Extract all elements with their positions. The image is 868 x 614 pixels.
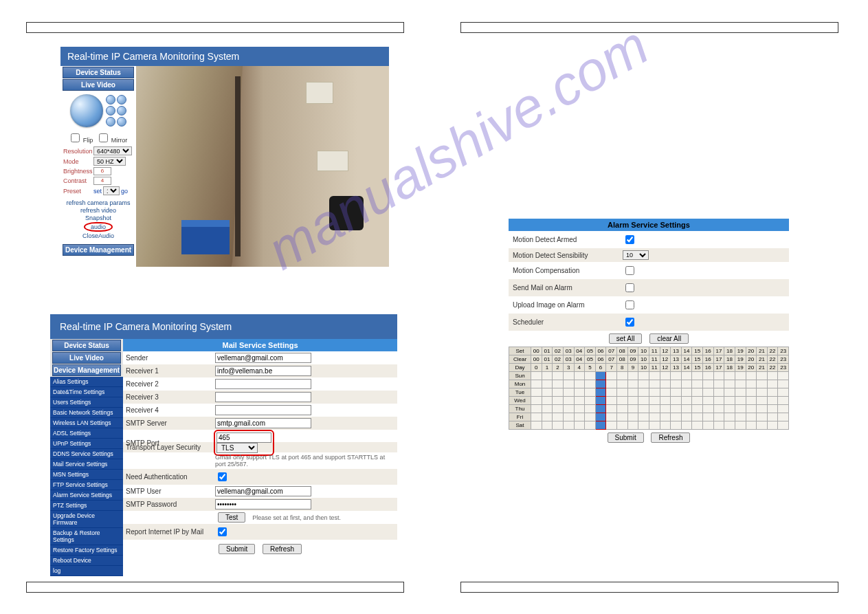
sidebar-item[interactable]: Alarm Service Settings bbox=[50, 490, 123, 501]
preset-set-link[interactable]: set bbox=[93, 188, 102, 195]
schedule-cell[interactable] bbox=[713, 397, 724, 405]
schedule-cell[interactable] bbox=[660, 388, 671, 397]
schedule-cell[interactable] bbox=[735, 372, 746, 380]
schedule-cell[interactable] bbox=[585, 405, 596, 413]
schedule-cell[interactable] bbox=[778, 397, 789, 405]
schedule-cell[interactable] bbox=[531, 388, 542, 397]
schedule-cell[interactable] bbox=[595, 421, 606, 430]
report-ip-checkbox[interactable] bbox=[218, 527, 227, 536]
sender-input[interactable] bbox=[215, 353, 311, 363]
schedule-cell[interactable] bbox=[778, 421, 789, 430]
schedule-cell[interactable] bbox=[724, 397, 735, 405]
sidebar-item[interactable]: Reboot Device bbox=[50, 556, 123, 566]
schedule-cell[interactable] bbox=[767, 413, 778, 421]
schedule-cell[interactable] bbox=[553, 372, 564, 380]
schedule-cell[interactable] bbox=[724, 380, 735, 388]
schedule-cell[interactable] bbox=[531, 380, 542, 388]
schedule-cell[interactable] bbox=[735, 380, 746, 388]
schedule-cell[interactable] bbox=[595, 380, 606, 388]
device-management-button[interactable]: Device Management bbox=[52, 364, 121, 376]
motion-armed-checkbox[interactable] bbox=[625, 235, 634, 244]
schedule-cell[interactable] bbox=[649, 413, 660, 421]
sidebar-item[interactable]: Basic Network Settings bbox=[50, 408, 123, 418]
schedule-cell[interactable] bbox=[649, 405, 660, 413]
schedule-cell[interactable] bbox=[585, 413, 596, 421]
schedule-cell[interactable] bbox=[638, 388, 649, 397]
live-video-button[interactable]: Live Video bbox=[52, 352, 121, 364]
schedule-cell[interactable] bbox=[574, 380, 585, 388]
sidebar-item[interactable]: Backup & Restore Settings bbox=[50, 528, 123, 545]
ptz-small-button[interactable] bbox=[106, 95, 115, 105]
schedule-cell[interactable] bbox=[757, 380, 768, 388]
schedule-cell[interactable] bbox=[617, 413, 628, 421]
schedule-cell[interactable] bbox=[778, 372, 789, 380]
schedule-cell[interactable] bbox=[746, 372, 757, 380]
schedule-cell[interactable] bbox=[574, 388, 585, 397]
schedule-cell[interactable] bbox=[692, 397, 703, 405]
schedule-cell[interactable] bbox=[627, 380, 638, 388]
schedule-cell[interactable] bbox=[681, 380, 692, 388]
smtp-password-input[interactable] bbox=[215, 499, 311, 509]
schedule-cell[interactable] bbox=[638, 397, 649, 405]
receiver4-input[interactable] bbox=[215, 405, 311, 415]
schedule-cell[interactable] bbox=[713, 380, 724, 388]
schedule-cell[interactable] bbox=[660, 397, 671, 405]
device-management-button[interactable]: Device Management bbox=[63, 244, 134, 256]
schedule-cell[interactable] bbox=[542, 372, 553, 380]
schedule-cell[interactable] bbox=[563, 397, 574, 405]
sidebar-item[interactable]: Wireless LAN Settings bbox=[50, 418, 123, 428]
ptz-small-button[interactable] bbox=[117, 117, 126, 127]
schedule-cell[interactable] bbox=[553, 413, 564, 421]
ptz-small-button[interactable] bbox=[106, 117, 115, 127]
schedule-cell[interactable] bbox=[767, 372, 778, 380]
schedule-cell[interactable] bbox=[757, 372, 768, 380]
schedule-cell[interactable] bbox=[767, 388, 778, 397]
clear-all-button[interactable]: clear All bbox=[649, 333, 689, 344]
schedule-cell[interactable] bbox=[746, 421, 757, 430]
schedule-cell[interactable] bbox=[660, 372, 671, 380]
schedule-cell[interactable] bbox=[671, 380, 682, 388]
schedule-cell[interactable] bbox=[617, 372, 628, 380]
schedule-cell[interactable] bbox=[757, 421, 768, 430]
schedule-cell[interactable] bbox=[595, 405, 606, 413]
schedule-cell[interactable] bbox=[692, 421, 703, 430]
contrast-value[interactable]: 4 bbox=[93, 177, 111, 185]
submit-button[interactable]: Submit bbox=[219, 544, 255, 554]
schedule-cell[interactable] bbox=[617, 397, 628, 405]
schedule-cell[interactable] bbox=[563, 388, 574, 397]
schedule-cell[interactable] bbox=[713, 372, 724, 380]
schedule-cell[interactable] bbox=[778, 380, 789, 388]
schedule-cell[interactable] bbox=[681, 372, 692, 380]
sidebar-item[interactable]: PTZ Settings bbox=[50, 501, 123, 511]
schedule-cell[interactable] bbox=[606, 413, 617, 421]
sidebar-item[interactable]: Restore Factory Settings bbox=[50, 545, 123, 556]
schedule-cell[interactable] bbox=[595, 397, 606, 405]
schedule-cell[interactable] bbox=[746, 388, 757, 397]
need-auth-checkbox[interactable] bbox=[218, 472, 227, 481]
schedule-cell[interactable] bbox=[649, 388, 660, 397]
brightness-value[interactable]: 6 bbox=[93, 167, 111, 175]
schedule-cell[interactable] bbox=[746, 405, 757, 413]
schedule-cell[interactable] bbox=[617, 405, 628, 413]
schedule-cell[interactable] bbox=[649, 372, 660, 380]
sidebar-item[interactable]: FTP Service Settings bbox=[50, 480, 123, 490]
ptz-small-button[interactable] bbox=[106, 106, 115, 116]
schedule-cell[interactable] bbox=[649, 397, 660, 405]
schedule-cell[interactable] bbox=[606, 380, 617, 388]
flip-checkbox[interactable] bbox=[71, 133, 80, 142]
schedule-cell[interactable] bbox=[703, 397, 714, 405]
schedule-cell[interactable] bbox=[671, 397, 682, 405]
schedule-cell[interactable] bbox=[542, 421, 553, 430]
preset-go-link[interactable]: go bbox=[121, 188, 128, 195]
schedule-cell[interactable] bbox=[563, 413, 574, 421]
schedule-cell[interactable] bbox=[681, 413, 692, 421]
schedule-cell[interactable] bbox=[574, 405, 585, 413]
schedule-cell[interactable] bbox=[757, 413, 768, 421]
schedule-cell[interactable] bbox=[574, 397, 585, 405]
schedule-cell[interactable] bbox=[606, 388, 617, 397]
smtp-port-input[interactable] bbox=[216, 432, 271, 443]
schedule-cell[interactable] bbox=[617, 388, 628, 397]
schedule-cell[interactable] bbox=[703, 413, 714, 421]
ptz-small-button[interactable] bbox=[117, 95, 126, 105]
schedule-cell[interactable] bbox=[542, 380, 553, 388]
